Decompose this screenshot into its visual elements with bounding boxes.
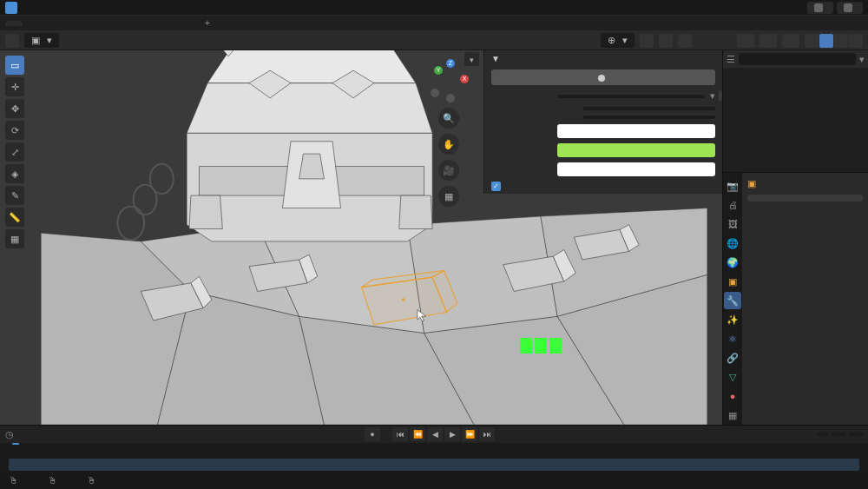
proptab-modifier[interactable]: 🔧 [724, 292, 741, 309]
proptab-texture[interactable]: ▦ [724, 406, 741, 424]
scene-selector[interactable] [807, 2, 833, 14]
pan-icon[interactable]: ✋ [438, 134, 459, 155]
panel-title[interactable]: ▼ [484, 50, 722, 67]
ws-animation[interactable] [109, 21, 127, 26]
tool-measure[interactable]: 📏 [5, 208, 24, 227]
jump-start-button[interactable]: ⏮ [392, 427, 408, 441]
header-select[interactable] [80, 39, 90, 43]
show-buttons-checkbox[interactable]: ✓ [491, 182, 501, 191]
ws-uvediting[interactable] [57, 21, 75, 26]
autokey-button[interactable]: ● [365, 427, 380, 441]
pivot-icon[interactable] [640, 34, 654, 48]
axis-neg[interactable] [431, 89, 439, 97]
shading-matprev-icon[interactable] [834, 34, 848, 48]
overlay-toggle-icon[interactable] [737, 34, 754, 48]
outliner-search[interactable] [739, 53, 856, 65]
axis-z[interactable]: Z [446, 59, 455, 68]
blender-logo[interactable] [5, 2, 17, 14]
filter-icon[interactable]: ▾ [859, 54, 865, 65]
orientation-dropdown[interactable]: ⊕▾ [601, 33, 635, 48]
proportional-icon[interactable] [678, 34, 692, 48]
ntab-tool[interactable] [719, 66, 722, 76]
editor-type-icon[interactable] [5, 34, 19, 48]
current-frame-field[interactable] [818, 433, 828, 436]
timeline-range[interactable] [9, 459, 859, 471]
ntab-colorframe[interactable] [719, 127, 722, 137]
proptab-particles[interactable]: ✨ [724, 311, 741, 328]
shading-wireframe-icon[interactable] [805, 34, 819, 48]
stop-shortcut-button[interactable] [491, 69, 715, 85]
start-frame-field[interactable] [832, 433, 845, 436]
axis-gizmo[interactable]: X Y Z [427, 59, 470, 102]
gizmo-toggle-icon[interactable] [760, 34, 777, 48]
ws-compositing[interactable] [144, 21, 161, 26]
ws-modeling[interactable] [23, 21, 40, 26]
key-indicator [520, 338, 562, 355]
proptab-data[interactable]: ▽ [724, 368, 741, 386]
prev-key-button[interactable]: ⏪ [410, 427, 425, 441]
axis-y[interactable]: Y [434, 66, 443, 75]
offsetx-field[interactable] [583, 107, 715, 110]
add-modifier-button[interactable] [747, 195, 863, 202]
proptab-world[interactable]: 🌍 [724, 254, 741, 271]
tool-select-box[interactable]: ▭ [5, 56, 24, 75]
tool-annotate[interactable]: ✎ [5, 186, 24, 205]
ws-layout[interactable] [5, 21, 23, 26]
colorbtn2-swatch[interactable] [557, 162, 715, 176]
colorbtn-swatch[interactable] [557, 143, 715, 157]
proptab-viewlayer[interactable]: 🖼 [724, 215, 741, 233]
ntab-create[interactable] [719, 115, 722, 125]
proptab-constraints[interactable]: 🔗 [724, 349, 741, 367]
offsety-field[interactable] [583, 116, 715, 119]
dock-field[interactable] [557, 95, 705, 98]
camera-view-icon[interactable]: 🎥 [438, 160, 459, 181]
header-object[interactable] [111, 39, 122, 43]
tool-addcube[interactable]: ▦ [5, 229, 24, 248]
header-add[interactable] [95, 39, 106, 43]
zoom-icon[interactable]: 🔍 [438, 108, 459, 129]
ws-geonodes[interactable] [161, 21, 179, 26]
proptab-object[interactable]: ▣ [724, 273, 741, 290]
proptab-scene[interactable]: 🌐 [724, 235, 741, 252]
mode-dropdown[interactable]: ▣▾ [24, 33, 59, 48]
ws-shading[interactable] [92, 21, 109, 26]
timeline-ruler[interactable] [0, 443, 868, 459]
tool-move[interactable]: ✥ [5, 99, 24, 118]
ws-sculpting[interactable] [40, 21, 57, 26]
ws-scripting[interactable] [179, 21, 196, 26]
proptab-output[interactable]: 🖨 [724, 196, 741, 214]
play-button[interactable]: ▶ [444, 427, 460, 441]
ntab-item[interactable] [719, 54, 722, 64]
axis-x[interactable]: X [460, 75, 469, 83]
viewlayer-selector[interactable] [837, 2, 863, 14]
shading-solid-icon[interactable] [819, 34, 833, 48]
ntab-easyhdri[interactable] [719, 102, 722, 113]
textcolor-swatch[interactable] [557, 124, 715, 138]
jump-end-button[interactable]: ⏭ [479, 427, 495, 441]
ws-texturepaint[interactable] [75, 21, 92, 26]
proptab-material[interactable]: ● [724, 387, 741, 405]
end-frame-field[interactable] [849, 433, 863, 436]
header-view[interactable] [64, 39, 75, 43]
timeline-editor-icon[interactable]: ◷ [5, 429, 14, 440]
axis-neg2[interactable] [446, 94, 455, 102]
ws-rendering[interactable] [127, 21, 144, 26]
tool-rotate[interactable]: ⟳ [5, 121, 24, 140]
tool-transform[interactable]: ◈ [5, 164, 24, 183]
tool-cursor[interactable]: ✛ [5, 77, 24, 96]
persp-ortho-icon[interactable]: ▦ [438, 186, 459, 207]
proptab-render[interactable]: 📷 [724, 177, 741, 195]
snap-icon[interactable] [659, 34, 673, 48]
playhead[interactable] [12, 443, 19, 445]
outliner-editor-icon[interactable]: ☰ [727, 54, 735, 65]
ws-add[interactable]: + [196, 16, 219, 30]
tool-scale[interactable]: ⤢ [5, 142, 24, 162]
proptab-physics[interactable]: ⚛ [724, 330, 741, 347]
ntab-view[interactable] [719, 78, 722, 89]
xray-icon[interactable] [782, 34, 799, 48]
outliner: ☰ ▾ [723, 50, 868, 173]
play-rev-button[interactable]: ◀ [427, 427, 443, 441]
shading-rendered-icon[interactable] [849, 34, 863, 48]
ntab-shortcut[interactable] [719, 90, 722, 101]
next-key-button[interactable]: ⏩ [462, 427, 477, 441]
